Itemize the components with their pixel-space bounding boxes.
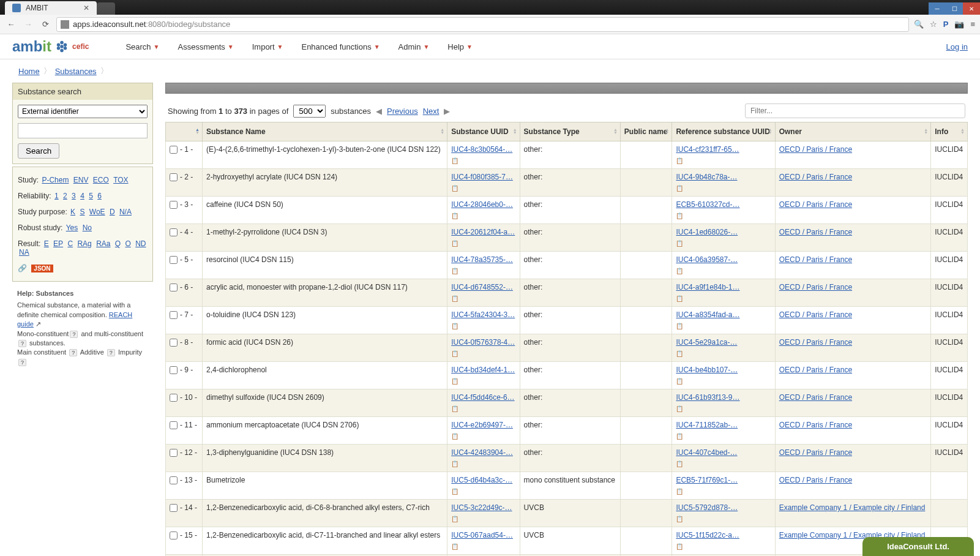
- ref-uuid-link[interactable]: IUC4-407c4bed-…: [676, 448, 737, 457]
- ref-uuid-link[interactable]: IUC4-1ed68026-…: [676, 228, 738, 236]
- owner-link[interactable]: OECD / Paris / France: [779, 338, 852, 347]
- purpose-link[interactable]: N/A: [119, 208, 132, 216]
- tab-close-icon[interactable]: ✕: [83, 4, 89, 12]
- row-checkbox[interactable]: [170, 366, 178, 374]
- ref-uuid-link[interactable]: IUC4-711852ab-…: [676, 421, 738, 429]
- clipboard-icon[interactable]: [676, 542, 683, 548]
- footer-company[interactable]: IdeaConsult Ltd.: [862, 537, 974, 556]
- help-icon[interactable]: ?: [69, 349, 77, 356]
- substance-uuid-link[interactable]: IUC4-20612f04-a…: [451, 228, 515, 236]
- owner-link[interactable]: OECD / Paris / France: [779, 200, 852, 209]
- substance-uuid-link[interactable]: IUC4-f5dd46ce-6…: [451, 393, 514, 402]
- substance-uuid-link[interactable]: IUC4-bd34def4-1…: [451, 366, 515, 374]
- clipboard-icon[interactable]: [676, 459, 683, 465]
- window-close-button[interactable]: ✕: [963, 2, 980, 15]
- substance-uuid-link[interactable]: IUC4-5fa24304-3…: [451, 310, 515, 319]
- substance-uuid-link[interactable]: IUC4-e2b69497-…: [451, 421, 513, 429]
- ref-uuid-link[interactable]: IUC4-a8354fad-a…: [676, 310, 739, 319]
- window-maximize-button[interactable]: ☐: [946, 2, 963, 15]
- result-link[interactable]: RAg: [77, 239, 91, 248]
- study-link[interactable]: P-Chem: [42, 176, 69, 184]
- nav-assessments[interactable]: Assessments ▼: [178, 42, 234, 51]
- substance-uuid-link[interactable]: IUC4-8c3b0564-…: [451, 145, 512, 154]
- row-checkbox[interactable]: [170, 532, 178, 539]
- owner-link[interactable]: OECD / Paris / France: [779, 283, 852, 291]
- purpose-link[interactable]: WoE: [89, 208, 105, 216]
- clipboard-icon[interactable]: [451, 542, 458, 548]
- clipboard-icon[interactable]: [451, 266, 458, 272]
- json-badge[interactable]: JSON: [31, 265, 53, 272]
- ref-uuid-link[interactable]: IUC5-5792d878-…: [676, 503, 738, 512]
- column-header[interactable]: Info▲▼: [931, 122, 968, 141]
- ref-uuid-link[interactable]: IUC4-a9f1e84b-1…: [676, 283, 739, 291]
- nav-search[interactable]: Search ▼: [125, 42, 159, 51]
- owner-link[interactable]: OECD / Paris / France: [779, 228, 852, 236]
- row-checkbox[interactable]: [170, 339, 178, 347]
- clipboard-icon[interactable]: [451, 321, 458, 328]
- owner-link[interactable]: OECD / Paris / France: [779, 421, 852, 429]
- purpose-link[interactable]: K: [70, 208, 75, 216]
- help-icon[interactable]: ?: [107, 349, 115, 356]
- owner-link[interactable]: OECD / Paris / France: [779, 255, 852, 264]
- owner-link[interactable]: OECD / Paris / France: [779, 145, 852, 154]
- row-checkbox[interactable]: [170, 201, 178, 209]
- filter-input[interactable]: [745, 103, 965, 118]
- ref-uuid-link[interactable]: IUC4-61b93f13-9…: [676, 393, 739, 402]
- row-checkbox[interactable]: [170, 256, 178, 264]
- clipboard-icon[interactable]: [451, 377, 458, 383]
- ref-uuid-link[interactable]: IUC4-5e29a1ca-…: [676, 338, 737, 347]
- substance-uuid-link[interactable]: IUC4-78a35735-…: [451, 255, 513, 264]
- browser-tab[interactable]: AMBIT ✕: [5, 1, 97, 15]
- result-link[interactable]: Q: [115, 239, 121, 248]
- clipboard-icon[interactable]: [676, 294, 683, 300]
- clipboard-icon[interactable]: [676, 404, 683, 410]
- substance-uuid-link[interactable]: IUC4-f080f385-7…: [451, 173, 513, 181]
- row-checkbox[interactable]: [170, 173, 178, 181]
- search-input[interactable]: [18, 123, 148, 138]
- column-header[interactable]: Substance UUID▲▼: [447, 122, 520, 141]
- study-link[interactable]: ECO: [93, 176, 109, 184]
- substance-uuid-link[interactable]: IUC4-d6748552-…: [451, 283, 513, 291]
- clipboard-icon[interactable]: [451, 487, 458, 493]
- window-minimize-button[interactable]: ─: [929, 2, 946, 15]
- ref-uuid-link[interactable]: ECB5-610327cd-…: [676, 200, 739, 209]
- clipboard-icon[interactable]: [676, 156, 683, 162]
- column-header[interactable]: Owner▲▼: [775, 122, 931, 141]
- zoom-icon[interactable]: 🔍: [914, 20, 924, 29]
- row-checkbox[interactable]: [170, 504, 178, 512]
- owner-link[interactable]: OECD / Paris / France: [779, 448, 852, 457]
- reliability-link[interactable]: 1: [54, 192, 59, 200]
- result-link[interactable]: RAa: [96, 239, 110, 248]
- breadcrumb-current[interactable]: Substances: [55, 67, 97, 76]
- clipboard-icon[interactable]: [676, 239, 683, 245]
- row-checkbox[interactable]: [170, 284, 178, 291]
- menu-icon[interactable]: ≡: [970, 20, 975, 29]
- substance-uuid-link[interactable]: IUC5-067aad54-…: [451, 531, 513, 539]
- clipboard-icon[interactable]: [451, 349, 458, 355]
- purpose-link[interactable]: S: [80, 208, 84, 216]
- column-header[interactable]: Substance Name▲▼: [203, 122, 447, 141]
- ref-uuid-link[interactable]: ECB5-71f769c1-…: [676, 476, 738, 484]
- substance-uuid-link[interactable]: IUC4-28046eb0-…: [451, 200, 513, 209]
- ref-uuid-link[interactable]: IUC4-cf231ff7-65…: [676, 145, 739, 154]
- study-link[interactable]: TOX: [113, 176, 128, 184]
- reliability-link[interactable]: 6: [97, 192, 102, 200]
- clipboard-icon[interactable]: [451, 184, 458, 190]
- clipboard-icon[interactable]: [451, 404, 458, 410]
- clipboard-icon[interactable]: [676, 377, 683, 383]
- clipboard-icon[interactable]: [451, 459, 458, 465]
- ref-uuid-link[interactable]: IUC4-06a39587-…: [676, 255, 738, 264]
- nav-admin[interactable]: Admin ▼: [398, 42, 430, 51]
- substance-uuid-link[interactable]: IUC5-3c22d49c-…: [451, 503, 512, 512]
- clipboard-icon[interactable]: [676, 349, 683, 355]
- breadcrumb-home[interactable]: Home: [18, 67, 40, 76]
- row-checkbox[interactable]: [170, 311, 178, 319]
- robust-link[interactable]: Yes: [66, 224, 78, 232]
- robust-link[interactable]: No: [83, 224, 92, 232]
- nav-enhanced-functions[interactable]: Enhanced functions ▼: [301, 42, 380, 51]
- reliability-link[interactable]: 4: [80, 192, 84, 200]
- next-link[interactable]: Next: [423, 107, 440, 116]
- owner-link[interactable]: OECD / Paris / France: [779, 366, 852, 374]
- result-link[interactable]: NA: [19, 248, 29, 257]
- reliability-link[interactable]: 5: [89, 192, 93, 200]
